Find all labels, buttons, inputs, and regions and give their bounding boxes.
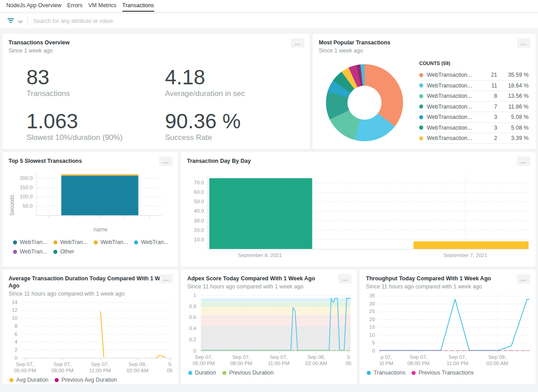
panel-title: Transactions Overview	[9, 39, 304, 46]
legend-item[interactable]: Other	[53, 248, 74, 255]
panel-menu-button[interactable]: ...	[517, 38, 530, 48]
facet-percent: 11.86 %	[497, 104, 529, 110]
panel-menu-button[interactable]: ...	[338, 274, 351, 283]
facet-table-row[interactable]: WebTransaction...1118.64 %	[419, 81, 529, 91]
facet-count: 21	[482, 72, 497, 78]
legend-dot-icon	[412, 371, 416, 375]
panel-title: Adpex Score Today Compared With 1 Week A…	[187, 275, 351, 282]
facet-table-row[interactable]: WebTransaction...813.56 %	[419, 91, 529, 102]
donut-chart	[326, 64, 403, 141]
facet-color-dot-icon	[419, 126, 423, 130]
legend-dot-icon	[53, 240, 57, 244]
x-axis	[36, 216, 162, 218]
chart-legend: Transactions Previous Transactions	[366, 370, 529, 376]
facet-table-row[interactable]: WebTransaction...23.39 %	[419, 133, 529, 144]
plot-area	[201, 294, 351, 351]
x-axis: p 07, )0 PMSep 07, 08:00 PMSep 07, 11:00…	[379, 351, 529, 366]
legend-item[interactable]: WebTran...	[13, 239, 47, 245]
panel-menu-button[interactable]: ...	[517, 157, 530, 166]
plot-area	[208, 175, 529, 249]
legend-item[interactable]: WebTran...	[134, 239, 168, 245]
legend-dot-icon	[367, 371, 371, 375]
chart-legend: Avg Duration Previous Avg Duration	[9, 377, 172, 383]
legend-item[interactable]: Avg Duration	[9, 377, 48, 383]
legend-label: WebTran...	[20, 248, 47, 255]
tab-vm-metrics[interactable]: VM Metrics	[88, 0, 117, 12]
legend-item[interactable]: WebTran...	[53, 239, 87, 245]
legend-label: WebTran...	[20, 239, 47, 245]
panel-title: Average Transaction Duration Today Compa…	[9, 275, 172, 289]
avg-duration-line-chart: 02468101214 Sep 07, 05:00 PMSep 07, 08:0…	[9, 301, 172, 373]
panel-throughput: Throughput Today Compared With 1 Week Ag…	[360, 270, 536, 384]
y-axis: 02468101214	[9, 301, 22, 358]
dashboard-content: Transactions Overview Since 1 week ago .…	[0, 28, 538, 384]
facet-name: WebTransaction...	[427, 104, 482, 110]
facet-count: 2	[482, 135, 497, 141]
legend-item[interactable]: Previous Duration	[222, 370, 273, 376]
metric-value: 4.18	[165, 66, 304, 88]
x-axis: Sep 07, 05:00 PMSep 07, 08:00 PMSep 07, …	[201, 351, 351, 366]
legend-dot-icon	[55, 378, 59, 382]
plot-area	[22, 301, 172, 358]
y-axis: 00.20.40.60.81	[187, 294, 201, 351]
facet-percent: 18.64 %	[497, 83, 529, 89]
tab-nodejs-app-overview[interactable]: NodeJs App Overview	[6, 0, 61, 12]
chart-legend: Duration Previous Duration	[187, 370, 351, 376]
legend-item[interactable]: WebTran...	[13, 248, 47, 255]
facet-table-row[interactable]: WebTransaction...35.08 %	[419, 112, 529, 123]
legend-label: Transactions	[373, 370, 405, 376]
adpex-score-line-chart: 00.20.40.60.81 Sep 07, 05:00 PMSep 07, 0…	[187, 294, 351, 366]
facet-table-row[interactable]: WebTransaction...35.08 %	[419, 123, 529, 134]
metric-transactions: 83 Transactions	[26, 66, 165, 98]
panel-subtitle: Since 11 hours ago compared with 1 week …	[9, 290, 172, 297]
legend-label: WebTran...	[100, 239, 128, 245]
panel-title: Most Popular Transactions	[319, 39, 529, 46]
facet-name: WebTransaction...	[427, 135, 482, 141]
legend-label: WebTran...	[141, 239, 168, 245]
facet-percent: 5.08 %	[497, 114, 529, 120]
panel-menu-button[interactable]: ...	[291, 38, 304, 48]
legend-dot-icon	[94, 240, 98, 244]
legend-dot-icon	[13, 240, 17, 244]
metric-label: Transactions	[26, 89, 165, 98]
search-input[interactable]	[33, 18, 534, 24]
day-by-day-bar-chart: 10.020.030.040.050.060.070.0 September 8…	[187, 175, 529, 263]
facet-percent: 5.08 %	[497, 125, 529, 131]
filter-button[interactable]	[7, 17, 23, 25]
panel-subtitle: Since 11 hours ago compared with 1 week …	[366, 283, 529, 290]
legend-dot-icon	[9, 378, 13, 382]
facet-name: WebTransaction...	[427, 125, 482, 131]
panel-avg-transaction-duration: Average Transaction Duration Today Compa…	[2, 270, 178, 384]
panel-menu-button[interactable]: ...	[160, 274, 173, 283]
tab-errors[interactable]: Errors	[67, 0, 82, 12]
legend-label: Other	[60, 248, 74, 255]
panel-subtitle: Since 1 week ago	[319, 47, 529, 54]
panel-most-popular-transactions: Most Popular Transactions Since 1 week a…	[312, 34, 536, 149]
panel-menu-button[interactable]: ...	[159, 157, 173, 166]
legend-item[interactable]: Previous Transactions	[412, 370, 473, 376]
legend-label: Avg Duration	[16, 377, 48, 383]
metric-success-rate: 90.36 % Success Rate	[165, 110, 304, 142]
panel-menu-button[interactable]: ...	[517, 274, 530, 283]
panel-title: Transaction Day By Day	[187, 157, 529, 165]
legend-item[interactable]: Duration	[188, 370, 216, 376]
facet-table-row[interactable]: WebTransaction...711.86 %	[419, 102, 529, 113]
y-axis: 10.020.030.040.050.060.070.0	[187, 175, 208, 249]
tab-transactions[interactable]: Transactions	[122, 0, 154, 12]
facet-color-dot-icon	[419, 94, 423, 98]
metric-label: Success Rate	[165, 133, 304, 142]
legend-item[interactable]: Previous Avg Duration	[55, 377, 117, 383]
facet-color-dot-icon	[419, 73, 423, 77]
facet-table-row[interactable]: WebTransaction...2135.59 %	[419, 70, 529, 81]
panel-subtitle: Since 1 week ago	[9, 47, 304, 54]
legend-item[interactable]: Transactions	[367, 370, 405, 376]
facet-count: 3	[482, 114, 497, 120]
filter-icon	[7, 17, 14, 25]
legend-dot-icon	[222, 371, 226, 375]
facet-percent: 13.56 %	[497, 93, 529, 99]
facet-count: 3	[482, 125, 497, 131]
panel-title: Top 5 Slowest Transactions	[9, 157, 172, 165]
legend-item[interactable]: WebTran...	[94, 239, 128, 245]
metric-value: 83	[26, 66, 165, 88]
facet-color-dot-icon	[419, 136, 423, 140]
